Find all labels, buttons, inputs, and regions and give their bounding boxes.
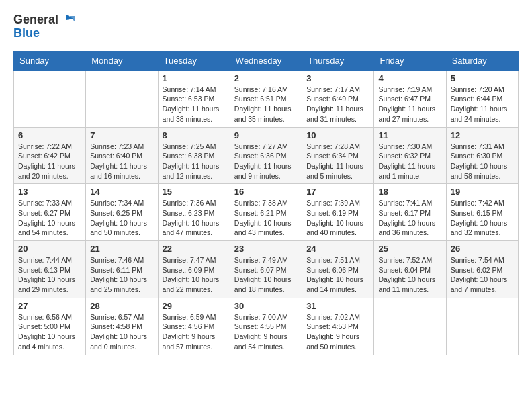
logo-blue: Blue xyxy=(13,27,75,40)
day-number: 7 xyxy=(90,130,153,140)
calendar-cell: 28Sunrise: 6:57 AM Sunset: 4:58 PM Dayli… xyxy=(86,298,158,355)
day-number: 16 xyxy=(234,187,298,197)
calendar-cell xyxy=(446,298,518,355)
day-info: Sunrise: 7:33 AM Sunset: 6:27 PM Dayligh… xyxy=(18,198,81,238)
calendar-cell: 4Sunrise: 7:19 AM Sunset: 6:47 PM Daylig… xyxy=(374,70,446,127)
calendar-week-row: 1Sunrise: 7:14 AM Sunset: 6:53 PM Daylig… xyxy=(14,70,519,127)
calendar-cell: 5Sunrise: 7:20 AM Sunset: 6:44 PM Daylig… xyxy=(446,70,518,127)
day-info: Sunrise: 7:14 AM Sunset: 6:53 PM Dayligh… xyxy=(163,85,226,124)
calendar-week-row: 13Sunrise: 7:33 AM Sunset: 6:27 PM Dayli… xyxy=(14,184,519,241)
day-number: 1 xyxy=(163,73,226,83)
calendar-cell: 3Sunrise: 7:17 AM Sunset: 6:49 PM Daylig… xyxy=(302,70,374,127)
day-number: 14 xyxy=(90,187,153,197)
weekday-header: Friday xyxy=(374,51,446,70)
weekday-header: Thursday xyxy=(302,51,374,70)
calendar-cell xyxy=(14,70,86,127)
calendar-cell: 19Sunrise: 7:42 AM Sunset: 6:15 PM Dayli… xyxy=(446,184,518,241)
day-number: 13 xyxy=(18,187,81,197)
calendar-cell: 17Sunrise: 7:39 AM Sunset: 6:19 PM Dayli… xyxy=(302,184,374,241)
logo-general: General xyxy=(13,13,58,27)
calendar-cell: 25Sunrise: 7:52 AM Sunset: 6:04 PM Dayli… xyxy=(374,241,446,298)
calendar-cell: 26Sunrise: 7:54 AM Sunset: 6:02 PM Dayli… xyxy=(446,241,518,298)
weekday-header-row: SundayMondayTuesdayWednesdayThursdayFrid… xyxy=(14,51,519,70)
day-info: Sunrise: 7:38 AM Sunset: 6:21 PM Dayligh… xyxy=(234,198,298,238)
day-number: 24 xyxy=(306,244,369,254)
day-number: 30 xyxy=(234,301,298,311)
day-info: Sunrise: 7:19 AM Sunset: 6:47 PM Dayligh… xyxy=(378,85,441,124)
day-info: Sunrise: 6:57 AM Sunset: 4:58 PM Dayligh… xyxy=(90,312,153,352)
day-number: 3 xyxy=(306,73,369,83)
day-info: Sunrise: 7:42 AM Sunset: 6:15 PM Dayligh… xyxy=(451,198,514,238)
day-number: 8 xyxy=(163,130,226,140)
day-info: Sunrise: 7:25 AM Sunset: 6:38 PM Dayligh… xyxy=(163,142,226,181)
calendar-cell: 24Sunrise: 7:51 AM Sunset: 6:06 PM Dayli… xyxy=(302,241,374,298)
day-number: 10 xyxy=(306,130,369,140)
calendar-cell: 1Sunrise: 7:14 AM Sunset: 6:53 PM Daylig… xyxy=(158,70,230,127)
day-number: 25 xyxy=(378,244,441,254)
day-number: 12 xyxy=(451,130,514,140)
calendar-cell: 7Sunrise: 7:23 AM Sunset: 6:40 PM Daylig… xyxy=(86,127,158,184)
day-info: Sunrise: 7:41 AM Sunset: 6:17 PM Dayligh… xyxy=(378,198,441,238)
day-number: 26 xyxy=(451,244,514,254)
day-info: Sunrise: 7:27 AM Sunset: 6:36 PM Dayligh… xyxy=(234,142,298,181)
calendar-cell: 20Sunrise: 7:44 AM Sunset: 6:13 PM Dayli… xyxy=(14,241,86,298)
day-number: 2 xyxy=(234,73,298,83)
day-info: Sunrise: 7:22 AM Sunset: 6:42 PM Dayligh… xyxy=(18,142,81,181)
calendar-cell: 12Sunrise: 7:31 AM Sunset: 6:30 PM Dayli… xyxy=(446,127,518,184)
day-number: 20 xyxy=(18,244,81,254)
calendar-cell: 22Sunrise: 7:47 AM Sunset: 6:09 PM Dayli… xyxy=(158,241,230,298)
calendar-cell: 8Sunrise: 7:25 AM Sunset: 6:38 PM Daylig… xyxy=(158,127,230,184)
day-number: 19 xyxy=(451,187,514,197)
day-info: Sunrise: 7:46 AM Sunset: 6:11 PM Dayligh… xyxy=(90,255,153,295)
day-info: Sunrise: 7:54 AM Sunset: 6:02 PM Dayligh… xyxy=(451,255,514,295)
day-number: 15 xyxy=(163,187,226,197)
day-info: Sunrise: 7:31 AM Sunset: 6:30 PM Dayligh… xyxy=(451,142,514,181)
calendar-cell: 29Sunrise: 6:59 AM Sunset: 4:56 PM Dayli… xyxy=(158,298,230,355)
calendar-cell: 9Sunrise: 7:27 AM Sunset: 6:36 PM Daylig… xyxy=(230,127,302,184)
calendar-cell: 23Sunrise: 7:49 AM Sunset: 6:07 PM Dayli… xyxy=(230,241,302,298)
day-info: Sunrise: 7:49 AM Sunset: 6:07 PM Dayligh… xyxy=(234,255,298,295)
day-info: Sunrise: 7:51 AM Sunset: 6:06 PM Dayligh… xyxy=(306,255,369,295)
day-info: Sunrise: 7:36 AM Sunset: 6:23 PM Dayligh… xyxy=(163,198,226,238)
day-number: 21 xyxy=(90,244,153,254)
page-header: General Blue xyxy=(13,13,519,40)
day-number: 29 xyxy=(163,301,226,311)
day-number: 18 xyxy=(378,187,441,197)
day-info: Sunrise: 7:34 AM Sunset: 6:25 PM Dayligh… xyxy=(90,198,153,238)
calendar-cell: 2Sunrise: 7:16 AM Sunset: 6:51 PM Daylig… xyxy=(230,70,302,127)
day-info: Sunrise: 7:44 AM Sunset: 6:13 PM Dayligh… xyxy=(18,255,81,295)
calendar-week-row: 27Sunrise: 6:56 AM Sunset: 5:00 PM Dayli… xyxy=(14,298,519,355)
day-info: Sunrise: 7:02 AM Sunset: 4:53 PM Dayligh… xyxy=(306,312,369,352)
calendar-cell: 31Sunrise: 7:02 AM Sunset: 4:53 PM Dayli… xyxy=(302,298,374,355)
calendar-cell: 27Sunrise: 6:56 AM Sunset: 5:00 PM Dayli… xyxy=(14,298,86,355)
weekday-header: Wednesday xyxy=(230,51,302,70)
day-number: 5 xyxy=(451,73,514,83)
calendar-cell: 30Sunrise: 7:00 AM Sunset: 4:55 PM Dayli… xyxy=(230,298,302,355)
day-number: 11 xyxy=(378,130,441,140)
calendar-week-row: 20Sunrise: 7:44 AM Sunset: 6:13 PM Dayli… xyxy=(14,241,519,298)
day-number: 28 xyxy=(90,301,153,311)
day-number: 27 xyxy=(18,301,81,311)
calendar-table: SundayMondayTuesdayWednesdayThursdayFrid… xyxy=(13,51,519,355)
logo: General Blue xyxy=(13,13,75,40)
calendar-cell: 21Sunrise: 7:46 AM Sunset: 6:11 PM Dayli… xyxy=(86,241,158,298)
day-number: 22 xyxy=(163,244,226,254)
calendar-cell xyxy=(86,70,158,127)
day-number: 9 xyxy=(234,130,298,140)
calendar-cell: 6Sunrise: 7:22 AM Sunset: 6:42 PM Daylig… xyxy=(14,127,86,184)
weekday-header: Tuesday xyxy=(158,51,230,70)
day-info: Sunrise: 7:17 AM Sunset: 6:49 PM Dayligh… xyxy=(306,85,369,124)
weekday-header: Saturday xyxy=(446,51,518,70)
calendar-cell: 11Sunrise: 7:30 AM Sunset: 6:32 PM Dayli… xyxy=(374,127,446,184)
day-info: Sunrise: 7:00 AM Sunset: 4:55 PM Dayligh… xyxy=(234,312,298,352)
logo-text: General Blue xyxy=(13,13,75,40)
day-number: 6 xyxy=(18,130,81,140)
day-number: 4 xyxy=(378,73,441,83)
day-info: Sunrise: 7:16 AM Sunset: 6:51 PM Dayligh… xyxy=(234,85,298,124)
calendar-cell: 13Sunrise: 7:33 AM Sunset: 6:27 PM Dayli… xyxy=(14,184,86,241)
day-info: Sunrise: 6:59 AM Sunset: 4:56 PM Dayligh… xyxy=(163,312,226,352)
calendar-cell xyxy=(374,298,446,355)
day-info: Sunrise: 7:28 AM Sunset: 6:34 PM Dayligh… xyxy=(306,142,369,181)
logo-bird-icon xyxy=(60,13,75,27)
day-number: 31 xyxy=(306,301,369,311)
